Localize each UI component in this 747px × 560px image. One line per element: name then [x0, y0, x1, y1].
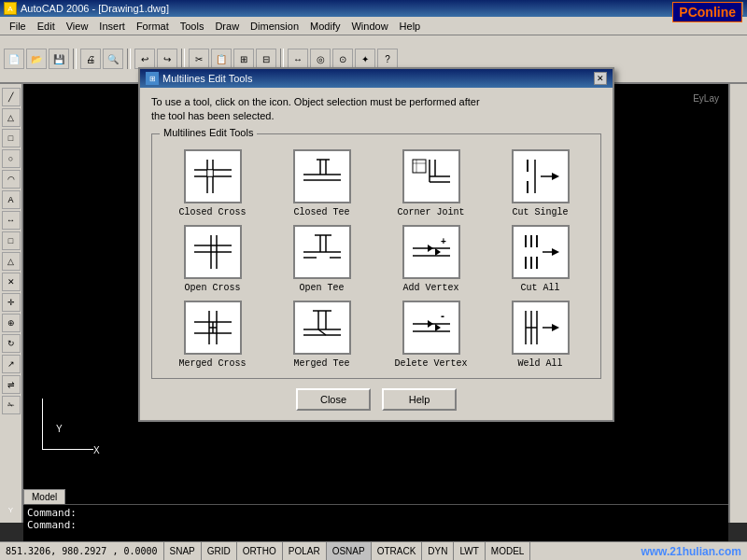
delete-vertex-svg: - — [409, 307, 454, 348]
dialog-body: To use a tool, click on the icon. Object… — [140, 88, 613, 420]
svg-marker-74 — [428, 320, 433, 328]
svg-marker-81 — [552, 324, 559, 331]
open-cross-icon-box[interactable] — [184, 225, 242, 279]
svg-line-70 — [318, 329, 326, 335]
cut-all-icon-box[interactable] — [512, 225, 570, 279]
svg-marker-46 — [435, 248, 441, 256]
cut-all-label: Cut All — [520, 283, 559, 293]
tool-open-cross[interactable]: Open Cross — [162, 225, 263, 293]
dialog-buttons: Close Help — [151, 388, 601, 411]
svg-marker-75 — [435, 324, 441, 331]
closed-tee-label: Closed Tee — [293, 207, 349, 217]
svg-marker-21 — [552, 173, 559, 180]
svg-rect-53 — [522, 247, 541, 257]
weld-all-label: Weld All — [517, 358, 562, 369]
cut-single-icon-box[interactable] — [512, 149, 570, 203]
help-button[interactable]: Help — [382, 388, 457, 411]
tool-delete-vertex[interactable]: - Delete Vertex — [380, 301, 482, 369]
closed-tee-svg — [300, 156, 345, 197]
tool-cut-single[interactable]: Cut Single — [489, 149, 591, 217]
tool-closed-cross[interactable]: Closed Cross — [162, 149, 263, 217]
open-tee-label: Open Tee — [299, 283, 344, 293]
svg-rect-15 — [413, 160, 426, 173]
svg-marker-45 — [428, 245, 433, 252]
corner-joint-svg — [409, 156, 454, 197]
corner-joint-label: Corner Joint — [397, 207, 464, 217]
svg-rect-4 — [207, 170, 213, 176]
open-tee-icon-box[interactable] — [293, 225, 351, 279]
tool-add-vertex[interactable]: + Add Vertex — [380, 225, 482, 293]
cut-single-label: Cut Single — [512, 207, 568, 217]
open-cross-label: Open Cross — [184, 283, 240, 293]
weld-all-svg — [518, 307, 563, 348]
tool-corner-joint[interactable]: Corner Joint — [380, 149, 482, 217]
tool-grid: Closed Cross — [162, 144, 591, 369]
closed-cross-label: Closed Cross — [178, 207, 246, 217]
closed-cross-icon-box[interactable] — [184, 149, 242, 203]
svg-marker-52 — [552, 248, 559, 256]
dialog-close-x-button[interactable]: ✕ — [594, 72, 607, 85]
dialog-overlay: ⊞ Multilines Edit Tools ✕ To use a tool,… — [0, 0, 747, 560]
merged-cross-icon-box[interactable] — [184, 301, 242, 355]
dialog-instruction: To use a tool, click on the icon. Object… — [151, 95, 601, 124]
dialog-icon: ⊞ — [146, 72, 159, 85]
multilines-group-box: Multilines Edit Tools — [151, 133, 601, 379]
closed-tee-icon-box[interactable] — [293, 149, 351, 203]
add-vertex-svg: + — [409, 231, 454, 273]
cut-single-svg — [518, 156, 563, 197]
add-vertex-icon-box[interactable]: + — [402, 225, 460, 279]
merged-tee-svg — [300, 307, 345, 348]
dialog-title-bar[interactable]: ⊞ Multilines Edit Tools ✕ — [140, 69, 613, 88]
weld-all-icon-box[interactable] — [512, 301, 570, 355]
instruction-line2: the tool has been selected. — [151, 110, 274, 121]
close-button[interactable]: Close — [296, 388, 371, 411]
closed-cross-svg — [190, 156, 235, 197]
open-cross-svg — [190, 231, 235, 273]
tool-merged-cross[interactable]: Merged Cross — [162, 301, 263, 369]
autocad-background: A AutoCAD 2006 - [Drawing1.dwg] _ □ ✕ Fi… — [0, 0, 747, 560]
add-vertex-label: Add Vertex — [402, 283, 458, 293]
tool-open-tee[interactable]: Open Tee — [271, 225, 373, 293]
tool-merged-tee[interactable]: Merged Tee — [271, 301, 373, 369]
tool-weld-all[interactable]: Weld All — [489, 301, 591, 369]
group-box-title: Multilines Edit Tools — [160, 127, 257, 138]
tool-closed-tee[interactable]: Closed Tee — [271, 149, 373, 217]
cut-all-svg — [518, 231, 563, 273]
svg-rect-22 — [524, 172, 531, 181]
delete-vertex-label: Delete Vertex — [394, 358, 467, 369]
multilines-edit-dialog: ⊞ Multilines Edit Tools ✕ To use a tool,… — [138, 67, 614, 422]
dialog-title: Multilines Edit Tools — [162, 73, 252, 84]
svg-text:-: - — [441, 310, 444, 323]
merged-tee-label: Merged Tee — [293, 358, 349, 369]
merged-cross-label: Merged Cross — [178, 358, 246, 369]
corner-joint-icon-box[interactable] — [402, 149, 460, 203]
svg-rect-42 — [317, 254, 330, 261]
instruction-line1: To use a tool, click on the icon. Object… — [151, 96, 480, 107]
merged-cross-svg — [190, 307, 235, 348]
tool-cut-all[interactable]: Cut All — [489, 225, 591, 293]
open-tee-svg — [300, 231, 345, 273]
svg-text:+: + — [441, 236, 446, 246]
delete-vertex-icon-box[interactable]: - — [402, 301, 460, 355]
merged-tee-icon-box[interactable] — [293, 301, 351, 355]
